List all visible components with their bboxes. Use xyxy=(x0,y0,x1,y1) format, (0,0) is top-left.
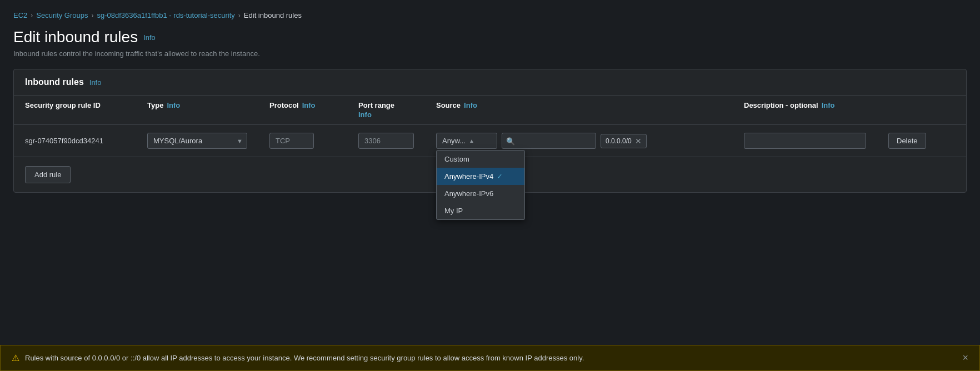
cell-description xyxy=(744,133,888,149)
source-value: Anyw... xyxy=(442,137,466,145)
my-ip-label: My IP xyxy=(444,207,463,215)
col-rule-id: Security group rule ID xyxy=(25,101,147,119)
col-type: Type Info xyxy=(147,101,269,119)
warning-text: Rules with source of 0.0.0.0/0 or ::/0 a… xyxy=(25,354,957,362)
cell-type: MYSQL/Aurora ▼ xyxy=(147,133,269,149)
cell-source: Anyw... ▲ Custom Anywhere-IPv4 ✓ A xyxy=(436,133,744,149)
panel-title: Inbound rules xyxy=(25,77,84,87)
port-range-input xyxy=(358,133,414,149)
description-input[interactable] xyxy=(744,133,866,149)
cell-protocol xyxy=(269,133,358,149)
warning-icon: ⚠ xyxy=(12,353,19,363)
breadcrumb-sep-2: › xyxy=(92,12,94,19)
protocol-info-link[interactable]: Info xyxy=(302,101,316,109)
type-info-link[interactable]: Info xyxy=(167,101,180,109)
warning-banner: ⚠ Rules with source of 0.0.0.0/0 or ::/0… xyxy=(0,345,980,371)
panel-info-link[interactable]: Info xyxy=(89,78,102,87)
breadcrumb-sep-3: › xyxy=(238,12,241,19)
port-info-link[interactable]: Info xyxy=(358,111,372,119)
dropdown-item-custom[interactable]: Custom xyxy=(437,151,524,168)
protocol-input xyxy=(269,133,314,149)
page-info-link[interactable]: Info xyxy=(143,33,156,42)
col-protocol: Protocol Info xyxy=(269,101,358,119)
anywhere-ipv6-label: Anywhere-IPv6 xyxy=(444,189,493,198)
source-info-link[interactable]: Info xyxy=(464,101,477,109)
dropdown-item-anywhere-ipv4[interactable]: Anywhere-IPv4 ✓ xyxy=(437,168,524,185)
breadcrumb-sep-1: › xyxy=(31,12,33,19)
col-port-range: Port range Info xyxy=(358,101,436,119)
ip-tag: 0.0.0.0/0 ✕ xyxy=(601,134,647,148)
cell-port-range xyxy=(358,133,436,149)
breadcrumb-sg-id[interactable]: sg-08df3636a1f1ffbb1 - rds-tutorial-secu… xyxy=(97,11,235,19)
ip-tag-close-icon[interactable]: ✕ xyxy=(635,137,642,146)
breadcrumb-ec2[interactable]: EC2 xyxy=(13,11,27,19)
rule-id-value: sgr-074057f90dcd34241 xyxy=(25,137,103,145)
search-source-area: 🔍 0.0.0.0/0 ✕ xyxy=(502,133,647,149)
source-search-wrapper: 🔍 xyxy=(502,133,596,149)
table-header: Security group rule ID Type Info Protoco… xyxy=(14,96,966,125)
dropdown-item-my-ip[interactable]: My IP xyxy=(437,202,524,219)
col-source: Source Info xyxy=(436,101,744,119)
dropdown-item-anywhere-ipv6[interactable]: Anywhere-IPv6 xyxy=(437,185,524,202)
panel-header: Inbound rules Info xyxy=(14,69,966,96)
type-select[interactable]: MYSQL/Aurora xyxy=(147,133,247,149)
breadcrumb: EC2 › Security Groups › sg-08df3636a1f1f… xyxy=(13,11,967,19)
breadcrumb-current: Edit inbound rules xyxy=(244,11,302,19)
cell-rule-id: sgr-074057f90dcd34241 xyxy=(25,137,147,145)
source-dropdown-wrapper: Anyw... ▲ Custom Anywhere-IPv4 ✓ A xyxy=(436,133,497,149)
delete-button[interactable]: Delete xyxy=(888,133,926,149)
cell-delete: Delete xyxy=(888,133,955,149)
table-row: sgr-074057f90dcd34241 MYSQL/Aurora ▼ xyxy=(14,125,966,157)
breadcrumb-security-groups[interactable]: Security Groups xyxy=(36,11,88,19)
type-select-wrapper: MYSQL/Aurora ▼ xyxy=(147,133,247,149)
search-icon: 🔍 xyxy=(506,137,515,145)
col-description: Description - optional Info xyxy=(744,101,888,119)
col-actions xyxy=(888,101,955,119)
desc-info-link[interactable]: Info xyxy=(822,101,835,109)
add-rule-button[interactable]: Add rule xyxy=(25,166,71,183)
check-icon: ✓ xyxy=(497,172,503,181)
source-dropdown-menu: Custom Anywhere-IPv4 ✓ Anywhere-IPv6 My … xyxy=(436,150,525,220)
inbound-rules-panel: Inbound rules Info Security group rule I… xyxy=(13,69,967,193)
page-title: Edit inbound rules xyxy=(13,28,138,46)
source-arrow-icon: ▲ xyxy=(469,138,474,144)
warning-close-button[interactable]: × xyxy=(962,352,968,364)
anywhere-ipv4-label: Anywhere-IPv4 xyxy=(444,172,493,181)
source-search-input[interactable] xyxy=(502,133,596,149)
ip-value: 0.0.0.0/0 xyxy=(606,137,632,145)
page-description: Inbound rules control the incoming traff… xyxy=(13,49,967,58)
source-button[interactable]: Anyw... ▲ xyxy=(436,133,497,149)
custom-label: Custom xyxy=(444,155,469,163)
